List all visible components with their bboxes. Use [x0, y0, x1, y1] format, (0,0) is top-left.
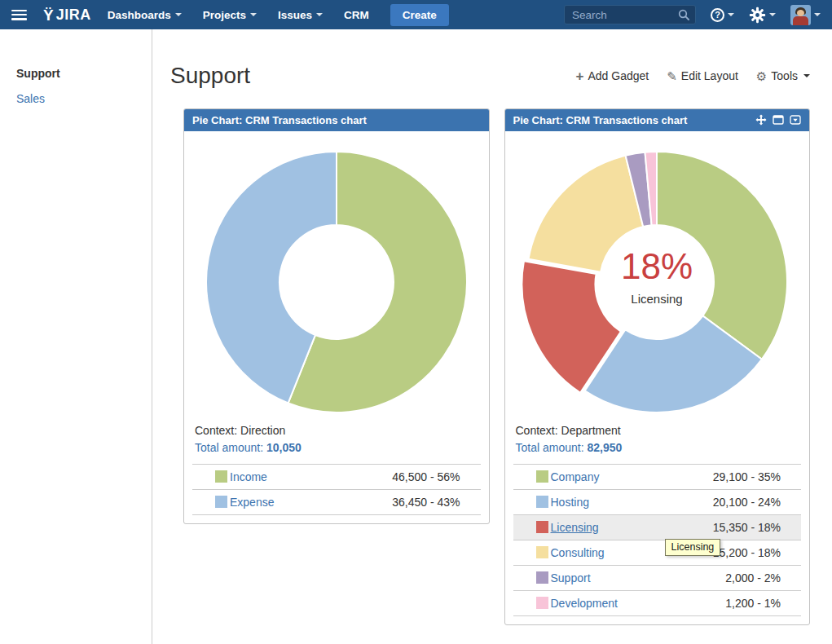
- donut-chart-direction: [192, 139, 481, 421]
- sidebar-item-support[interactable]: Support: [16, 67, 152, 80]
- help-menu[interactable]: ?: [711, 8, 734, 22]
- chevron-down-icon: [769, 13, 776, 16]
- chevron-down-icon: [316, 13, 323, 16]
- help-icon: ?: [711, 8, 724, 22]
- gear-icon: [749, 7, 766, 24]
- legend-row[interactable]: Support2,000 - 2%: [513, 565, 802, 590]
- search-input[interactable]: [570, 8, 678, 22]
- legend-swatch: [536, 546, 548, 558]
- gadget-header[interactable]: Pie Chart: CRM Transactions chart: [505, 109, 810, 131]
- gear-icon: ⚙: [756, 70, 767, 82]
- legend-swatch: [536, 597, 548, 609]
- pencil-icon: ✎: [667, 70, 677, 82]
- donut-center-label: Licensing: [632, 292, 683, 306]
- dashboard-sidebar: Support Sales: [0, 29, 152, 644]
- page-header: Support + Add Gadget ✎ Edit Layout ⚙ Too…: [170, 64, 810, 89]
- donut-chart-department: 18%Licensing: [513, 139, 802, 421]
- gadget-pie-direction: Pie Chart: CRM Transactions chart Contex…: [183, 108, 490, 524]
- avatar: [790, 5, 811, 25]
- chevron-down-icon: [175, 13, 182, 16]
- jira-logo[interactable]: Ÿ JIRA: [43, 7, 91, 24]
- legend-value: 29,100 - 35%: [658, 464, 801, 489]
- legend-value: 36,450 - 43%: [314, 489, 481, 514]
- search-icon: [678, 9, 689, 20]
- legend-label-link[interactable]: Licensing: [551, 521, 599, 534]
- legend-swatch: [215, 470, 227, 483]
- gadget-title: Pie Chart: CRM Transactions chart: [192, 114, 367, 126]
- legend-row[interactable]: Licensing15,350 - 18%: [513, 514, 802, 540]
- total-amount-value: 82,950: [587, 441, 622, 454]
- legend-label-link[interactable]: Support: [551, 571, 591, 584]
- menu-projects[interactable]: Projects: [203, 9, 257, 21]
- page-title: Support: [170, 64, 250, 89]
- gadget-body: Context: Direction Total amount: 10,050 …: [184, 131, 489, 523]
- legend-value: 20,100 - 24%: [658, 489, 801, 514]
- chevron-down-icon: [814, 13, 821, 16]
- legend-swatch: [536, 470, 548, 483]
- hamburger-menu-icon[interactable]: [11, 10, 27, 20]
- legend-label-link[interactable]: Income: [230, 470, 267, 483]
- chevron-down-icon: [803, 74, 810, 77]
- main-menu: Dashboards Projects Issues CRM Create: [108, 4, 449, 26]
- legend-label-link[interactable]: Hosting: [551, 496, 589, 509]
- edit-layout-button[interactable]: ✎ Edit Layout: [667, 69, 738, 82]
- dashboard-actions: + Add Gadget ✎ Edit Layout ⚙ Tools: [576, 69, 810, 83]
- legend-row[interactable]: Development1,200 - 1%: [513, 590, 802, 615]
- legend-label-link[interactable]: Company: [551, 470, 600, 483]
- legend-table: Income46,500 - 56%Expense36,450 - 43%: [192, 464, 481, 515]
- context-label: Context: Direction: [195, 424, 478, 437]
- legend-value: 15,350 - 18%: [658, 514, 801, 540]
- legend-value: 2,000 - 2%: [658, 565, 801, 590]
- maximize-icon[interactable]: [773, 114, 784, 126]
- legend-swatch: [536, 521, 548, 533]
- top-navbar: Ÿ JIRA Dashboards Projects Issues CRM Cr…: [0, 0, 832, 29]
- total-amount: Total amount: 82,950: [516, 441, 799, 454]
- context-label: Context: Department: [516, 424, 799, 437]
- legend-row[interactable]: Company29,100 - 35%: [513, 464, 802, 489]
- legend-label-link[interactable]: Development: [551, 597, 618, 610]
- gadget-body: 18%Licensing Context: Department Total a…: [505, 131, 810, 624]
- donut-center-percent: 18%: [621, 246, 693, 286]
- legend-swatch: [536, 496, 548, 508]
- jira-logo-text: JIRA: [56, 7, 91, 24]
- legend-row[interactable]: Hosting20,100 - 24%: [513, 489, 802, 514]
- total-amount-value: 10,050: [266, 441, 302, 454]
- gadget-title: Pie Chart: CRM Transactions chart: [513, 114, 688, 126]
- navbar-right: ?: [564, 5, 821, 25]
- settings-menu[interactable]: [749, 7, 776, 24]
- dropdown-icon[interactable]: [790, 114, 801, 126]
- legend-table: Company29,100 - 35%Hosting20,100 - 24%Li…: [513, 464, 802, 616]
- gadget-header-icons: [755, 114, 801, 126]
- sidebar-item-sales[interactable]: Sales: [16, 92, 152, 105]
- plus-icon: +: [576, 69, 584, 83]
- menu-issues[interactable]: Issues: [278, 9, 323, 21]
- tools-button[interactable]: ⚙ Tools: [756, 69, 810, 82]
- move-icon[interactable]: [755, 114, 767, 126]
- legend-swatch: [215, 496, 227, 508]
- menu-crm[interactable]: CRM: [344, 9, 369, 21]
- user-menu[interactable]: [790, 5, 821, 25]
- create-button[interactable]: Create: [390, 4, 449, 26]
- legend-label-link[interactable]: Expense: [230, 496, 274, 509]
- legend-swatch: [536, 571, 548, 584]
- gadget-header[interactable]: Pie Chart: CRM Transactions chart: [184, 109, 489, 131]
- legend-tooltip: Licensing: [665, 539, 721, 556]
- total-amount: Total amount: 10,050: [195, 441, 478, 454]
- add-gadget-button[interactable]: + Add Gadget: [576, 69, 649, 83]
- legend-label-link[interactable]: Consulting: [551, 546, 605, 559]
- legend-row[interactable]: Consulting15,200 - 18%: [513, 540, 802, 565]
- chevron-down-icon: [250, 13, 257, 16]
- dashboard-main: Support + Add Gadget ✎ Edit Layout ⚙ Too…: [153, 29, 832, 625]
- gadget-row: Pie Chart: CRM Transactions chart Contex…: [183, 108, 810, 625]
- chevron-down-icon: [728, 13, 734, 16]
- legend-row[interactable]: Income46,500 - 56%: [192, 464, 481, 489]
- gadget-pie-department: Pie Chart: CRM Transactions chart: [504, 108, 811, 625]
- search-box[interactable]: [564, 5, 696, 24]
- jira-logo-icon: Ÿ: [43, 7, 54, 23]
- legend-value: 1,200 - 1%: [658, 590, 801, 615]
- legend-value: 46,500 - 56%: [314, 464, 481, 489]
- legend-row[interactable]: Expense36,450 - 43%: [192, 489, 481, 514]
- menu-dashboards[interactable]: Dashboards: [108, 9, 182, 21]
